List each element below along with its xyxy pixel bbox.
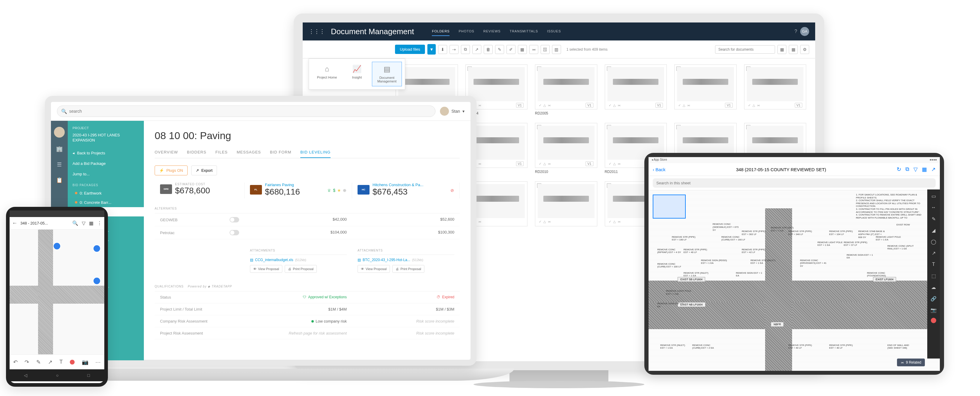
dm-tab-reviews[interactable]: REVIEWS [484,27,501,36]
apps-grid-icon[interactable]: ⋮⋮⋮ [309,28,325,35]
lock-icon[interactable]: ⚿ [541,45,550,54]
document-card[interactable]: ✓△⫘V1 [605,64,667,115]
attachment-link-a[interactable]: ▤CCG_internalbudget.xls(512kb) [250,258,347,262]
bid-tab-bid-form[interactable]: BID FORM [270,147,291,158]
dollar-icon[interactable]: $ [333,188,336,193]
nav-doc-mgmt[interactable]: ▤Document Management [372,62,402,86]
more-icon[interactable]: ⋮ [97,220,102,226]
more-icon[interactable]: ▥ [552,45,561,54]
bid-package-item[interactable]: 0: Earthwork [68,189,144,198]
print-proposal-a[interactable]: 🖨Print Proposal [285,265,317,273]
export-button[interactable]: ↗Export [191,165,217,175]
redo-icon[interactable]: ↷ [25,359,29,366]
nav-jump-to[interactable]: Jump to... [68,169,144,179]
phone-drawing-canvas[interactable] [10,230,104,354]
attachment-link-b[interactable]: ▤BTC_2020-43_I-295-Hot-La...(512kb) [358,258,454,262]
delete-icon[interactable]: 🗑 [484,45,493,54]
bid-search-input[interactable] [57,105,436,117]
link-tool-icon[interactable]: 🔗 [930,295,937,302]
award-icon[interactable]: ♕ [327,188,331,193]
share-icon[interactable]: ↗ [473,45,481,54]
issue-marker-2[interactable] [93,245,101,253]
alt-toggle[interactable] [229,217,239,223]
arrow-icon[interactable]: ↗ [48,359,52,366]
more-tools-icon[interactable]: ⋯ [95,359,101,366]
phone-back-button[interactable]: ← [12,220,18,226]
related-button[interactable]: ⫘9 Related [897,358,925,366]
calendar-icon[interactable]: ▦ [777,45,786,54]
document-card[interactable]: ✓△⫘V1RD2005 [535,64,597,115]
bid-tab-bidders[interactable]: BIDDERS [187,147,207,158]
share-icon[interactable]: ↗ [931,166,935,173]
filter-icon[interactable]: ▽ [913,166,918,173]
nav-add-package[interactable]: Add a Bid Package [68,158,144,169]
dm-tab-transmittals[interactable]: TRANSMITTALS [509,27,538,36]
vendor-a-name[interactable]: Fairlanes Paving [265,183,324,187]
nav-recent[interactable]: □ [88,373,90,378]
highlight-tool-icon[interactable]: ◢ [930,227,937,234]
upload-button[interactable]: Upload files [395,45,425,54]
arrow-tool-icon[interactable]: ↗ [930,250,937,257]
clipboard-icon[interactable]: 📋 [55,176,64,184]
shape-tool-icon[interactable]: ◯ [930,238,937,245]
move-icon[interactable]: ⇢ [450,45,458,54]
bid-tab-bid-leveling[interactable]: BID LEVELING [300,147,331,158]
nav-project-home[interactable]: ⌂Project Home [312,62,342,86]
rename-icon[interactable]: ✐ [506,45,515,54]
record-tool-icon[interactable] [931,318,936,323]
edit-icon[interactable]: ✎ [495,45,504,54]
sidebar-avatar[interactable] [54,127,65,138]
user-avatar[interactable]: GA [800,27,809,36]
grid-view-icon[interactable]: ▦ [789,45,798,54]
text-icon[interactable]: T [59,359,63,365]
layers-icon[interactable]: ⧉ [905,166,909,173]
upload-dropdown[interactable]: ▾ [427,44,436,54]
nav-back[interactable]: ◁ [24,373,27,378]
user-menu[interactable]: Stan ▾ [440,107,465,116]
tablet-search-input[interactable] [653,178,935,188]
star-icon[interactable]: ★ [337,188,341,193]
list-icon[interactable]: ☰ [55,161,64,169]
bid-tab-files[interactable]: FILES [215,147,228,158]
link-icon[interactable]: ⫘ [529,45,538,54]
stamp-tool-icon[interactable]: ⬚ [930,272,937,279]
vendor-b-name[interactable]: Hitchens Construction & Pa... [372,183,447,187]
measure-tool-icon[interactable]: ↔ [930,204,937,211]
nav-home[interactable]: ○ [56,373,59,378]
document-card[interactable]: ✓△⫘V1 [674,64,737,115]
dm-tab-issues[interactable]: ISSUES [547,27,561,36]
camera-tool-icon[interactable]: 📷 [930,306,937,313]
view-proposal-a[interactable]: 👁View Proposal [250,265,282,273]
record-icon[interactable] [70,360,75,364]
nav-back-projects[interactable]: ◂Back to Projects [68,148,144,158]
minimap-thumbnail[interactable] [653,194,686,218]
issue-marker-1[interactable] [53,242,61,250]
layers-icon[interactable]: ▦ [89,220,94,226]
select-tool-icon[interactable]: ▭ [930,192,937,200]
bid-tab-messages[interactable]: MESSAGES [237,147,261,158]
tablet-back-button[interactable]: ‹ Back [653,167,666,172]
sync-icon[interactable]: ↻ [897,166,901,173]
bid-tab-overview[interactable]: OVERVIEW [154,147,178,158]
status-back-app[interactable]: ◂ App Store [652,158,667,162]
copy-icon[interactable]: ⧉ [461,45,470,54]
document-card[interactable]: ✓△⫘V1RD2010 [535,123,597,174]
pen-icon[interactable]: ✎ [36,359,41,366]
settings-icon[interactable]: ⚙ [800,45,809,54]
search-icon[interactable]: 🔍 [72,220,78,226]
undo-icon[interactable]: ↶ [13,359,18,366]
nav-insight[interactable]: 📈Insight [342,62,372,86]
camera-icon[interactable]: 📷 [82,359,88,366]
print-proposal-b[interactable]: 🖨Print Proposal [392,265,424,273]
cloud-tool-icon[interactable]: ☁ [930,283,937,291]
bid-package-item[interactable]: 0: Concrete Barr... [68,198,144,207]
accept-icon[interactable]: ⊕ [343,188,347,193]
grid-icon[interactable]: ▦ [922,166,927,173]
filter-icon[interactable]: ▽ [82,220,86,226]
text-tool-icon[interactable]: T [930,261,937,268]
alt-toggle[interactable] [229,230,239,235]
help-icon[interactable]: ? [794,29,797,34]
plugs-button[interactable]: ⚡Plugs ON [154,165,188,175]
dm-search-input[interactable] [715,45,775,54]
dm-tab-folders[interactable]: FOLDERS [432,27,450,36]
